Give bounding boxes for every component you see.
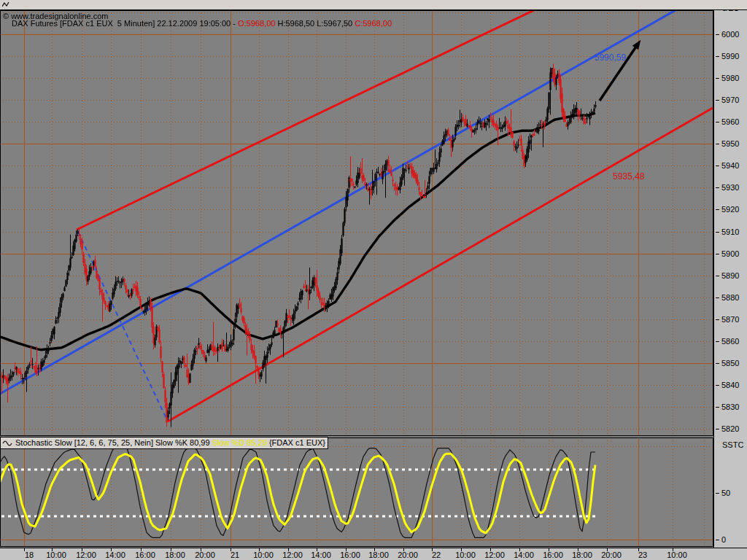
price-tick-label: 5950 xyxy=(721,139,739,148)
time-label-hour: 10:00 xyxy=(667,551,687,559)
price-tick-mark xyxy=(716,78,719,79)
price-tick-label: 5910 xyxy=(721,228,739,236)
indicator-wave-icon xyxy=(2,439,14,447)
price-tick-label: 5880 xyxy=(721,293,739,302)
time-label-hour: 12:00 xyxy=(484,551,505,559)
chart-window: DAX Futures [FDAX c1 EUX 5 Minuten] 22.1… xyxy=(0,0,747,560)
price-tick-label: 5840 xyxy=(721,381,739,389)
time-label-hour: 10:00 xyxy=(46,551,66,559)
price-tick-mark xyxy=(716,298,719,298)
time-label-hour: 10:00 xyxy=(455,551,476,559)
price-tick-mark xyxy=(716,407,719,408)
stoch-tick-label: 0 xyxy=(721,535,726,544)
price-tick-label: 5960 xyxy=(721,117,739,126)
stochastic-symbol-label: {FDAX c1 EUX} xyxy=(267,438,325,448)
stochastic-chart-canvas[interactable] xyxy=(0,438,713,547)
stoch-tick-mark xyxy=(716,493,719,494)
time-label-day: 18 xyxy=(25,551,34,559)
time-label-hour: 18:00 xyxy=(165,551,185,559)
stoch-tick-mark xyxy=(716,540,719,540)
price-tick-mark xyxy=(716,385,719,386)
title-close-value: C:5968,00 xyxy=(355,19,392,28)
price-tick-label: 5890 xyxy=(721,271,739,280)
price-tick-label: 5970 xyxy=(721,96,739,104)
title-text: DAX Futures [FDAX c1 EUX 5 Minuten] 22.1… xyxy=(12,19,392,28)
price-tick-mark xyxy=(716,363,719,364)
price-tick-label: 5860 xyxy=(721,337,739,346)
price-tick-label: 5980 xyxy=(721,74,739,82)
time-label-hour: 20:00 xyxy=(195,551,215,559)
time-label-hour: 20:00 xyxy=(601,551,622,559)
title-bar: DAX Futures [FDAX c1 EUX 5 Minuten] 22.1… xyxy=(0,0,747,10)
time-label-hour: 16:00 xyxy=(543,551,563,559)
price-tick-mark xyxy=(716,341,719,342)
time-label-day: 21 xyxy=(231,551,239,559)
time-label-day: 23 xyxy=(638,551,647,559)
price-tick-mark xyxy=(716,166,719,166)
price-tick-mark xyxy=(716,232,719,233)
price-tick-label: 5900 xyxy=(721,249,739,258)
chart-type-icon[interactable] xyxy=(2,1,9,8)
price-tick-label: 6000 xyxy=(721,30,739,39)
price-tick-mark xyxy=(716,254,719,254)
price-tick-label: 5940 xyxy=(721,161,739,170)
time-label-hour: 16:00 xyxy=(135,551,155,559)
time-label-hour: 16:00 xyxy=(340,551,360,559)
time-label-hour: 14:00 xyxy=(311,551,331,559)
stochastic-d-label: Slow %D 85,29 xyxy=(210,438,267,448)
blue-trendline-price-label: 5990,59 xyxy=(595,52,626,63)
price-tick-mark xyxy=(716,56,719,57)
price-tick-mark xyxy=(716,122,719,122)
price-tick-label: 5990 xyxy=(721,52,739,61)
time-label-hour: 18:00 xyxy=(572,551,592,559)
time-label-hour: 10:00 xyxy=(253,551,274,559)
price-tick-label: 5920 xyxy=(721,205,739,214)
stochastic-axis-title: SSTC xyxy=(722,440,743,449)
time-axis[interactable]: 1810:0012:0014:0016:0018:0020:002110:001… xyxy=(0,548,747,560)
stochastic-k-label: Stochastic Slow [12, 6, 6, 75, 25, Nein]… xyxy=(15,438,210,448)
price-tick-mark xyxy=(716,276,719,276)
time-label-hour: 20:00 xyxy=(398,551,418,559)
red-channel-price-label: 5935,48 xyxy=(613,171,644,182)
title-instrument: DAX Futures [FDAX c1 EUX 5 Minuten] 22.1… xyxy=(12,19,238,28)
price-axis[interactable]: €/EU SSTC 600059905980597059605950594059… xyxy=(713,0,747,548)
price-tick-mark xyxy=(716,319,719,320)
time-label-hour: 14:00 xyxy=(105,551,125,559)
time-label-hour: 18:00 xyxy=(368,551,389,559)
price-tick-mark xyxy=(716,429,719,429)
title-high-low-values: H:5968,50 L:5967,50 xyxy=(275,19,355,28)
time-label-hour: 12:00 xyxy=(76,551,96,559)
price-tick-mark xyxy=(716,187,719,188)
price-tick-label: 5850 xyxy=(721,359,739,368)
price-tick-mark xyxy=(716,144,719,144)
price-tick-label: 5870 xyxy=(721,315,739,324)
time-label-hour: 14:00 xyxy=(514,551,534,559)
time-label-hour: 12:00 xyxy=(282,551,303,559)
stochastic-label-bar[interactable]: Stochastic Slow [12, 6, 6, 75, 25, Nein]… xyxy=(0,437,328,449)
price-tick-label: 5930 xyxy=(721,183,739,192)
price-tick-label: 5820 xyxy=(721,424,739,433)
price-tick-label: 5830 xyxy=(721,402,739,411)
time-label-day: 22 xyxy=(432,551,441,559)
stoch-tick-label: 50 xyxy=(721,489,730,497)
price-tick-mark xyxy=(716,34,719,35)
title-open-value: O:5968,00 xyxy=(238,19,275,28)
price-tick-mark xyxy=(716,100,719,101)
price-chart-canvas[interactable] xyxy=(0,10,713,436)
price-tick-mark xyxy=(716,209,719,210)
